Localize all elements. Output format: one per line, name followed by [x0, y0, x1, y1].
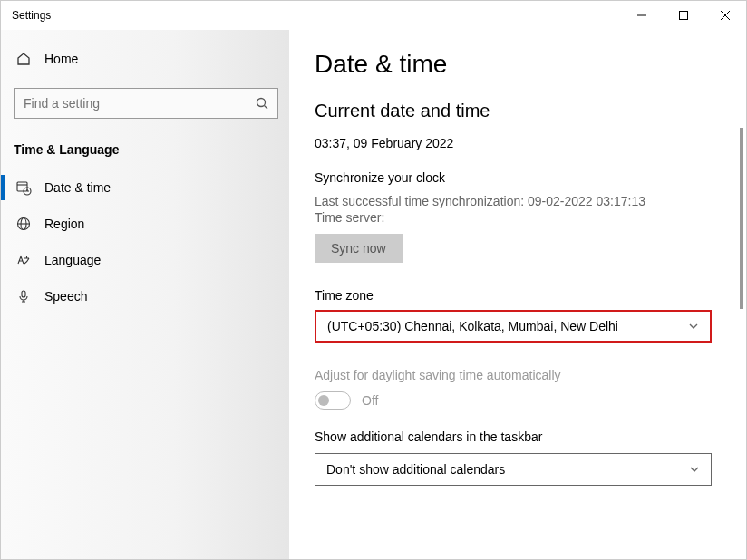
category-title: Time & Language — [14, 142, 276, 157]
dst-label: Adjust for daylight saving time automati… — [315, 368, 726, 382]
calendars-select[interactable]: Don't show additional calendars — [315, 453, 712, 486]
close-button[interactable] — [704, 1, 746, 30]
svg-point-4 — [257, 99, 266, 107]
current-datetime-heading: Current date and time — [315, 101, 726, 121]
sidebar-item-label: Date & time — [44, 180, 111, 195]
globe-icon — [15, 217, 32, 231]
dst-toggle-state: Off — [362, 393, 378, 408]
scrollbar-thumb[interactable] — [740, 128, 743, 309]
dst-toggle[interactable] — [315, 391, 351, 410]
chevron-down-icon — [689, 464, 700, 475]
content-area: Date & time Current date and time 03:37,… — [289, 30, 746, 559]
home-icon — [15, 52, 32, 66]
sync-server-text: Time server: — [315, 210, 726, 225]
svg-line-5 — [265, 106, 268, 110]
search-input[interactable] — [24, 96, 256, 111]
current-datetime-value: 03:37, 09 February 2022 — [315, 136, 726, 150]
home-nav[interactable]: Home — [14, 46, 276, 72]
sync-heading: Synchronize your clock — [315, 170, 726, 185]
language-icon — [15, 253, 32, 267]
maximize-button[interactable] — [663, 1, 704, 30]
window-buttons — [621, 1, 746, 30]
svg-rect-1 — [680, 12, 688, 20]
sidebar-item-date-time[interactable]: Date & time — [14, 169, 276, 206]
home-label: Home — [44, 52, 78, 66]
sidebar-item-label: Language — [44, 253, 101, 267]
chevron-down-icon — [688, 321, 699, 332]
sidebar-item-region[interactable]: Region — [14, 206, 276, 242]
sync-now-button[interactable]: Sync now — [315, 234, 403, 263]
sidebar-item-language[interactable]: Language — [14, 242, 276, 278]
sidebar: Home Time & Language Date & time Region — [1, 30, 289, 559]
minimize-button[interactable] — [621, 1, 663, 30]
calendars-label: Show additional calendars in the taskbar — [315, 430, 726, 444]
page-title: Date & time — [315, 50, 726, 79]
search-box[interactable] — [14, 88, 278, 119]
sidebar-item-label: Speech — [44, 289, 87, 304]
timezone-value: (UTC+05:30) Chennai, Kolkata, Mumbai, Ne… — [327, 319, 618, 333]
timezone-select[interactable]: (UTC+05:30) Chennai, Kolkata, Mumbai, Ne… — [315, 310, 712, 343]
search-icon — [256, 97, 268, 110]
microphone-icon — [15, 289, 32, 304]
svg-rect-6 — [17, 182, 27, 191]
calendar-clock-icon — [15, 180, 32, 196]
sidebar-item-speech[interactable]: Speech — [14, 278, 276, 314]
calendars-value: Don't show additional calendars — [326, 462, 505, 477]
window-title: Settings — [12, 9, 51, 22]
toggle-knob — [318, 395, 329, 406]
timezone-label: Time zone — [315, 288, 726, 303]
sync-last-text: Last successful time synchronization: 09… — [315, 194, 726, 208]
svg-rect-14 — [22, 291, 25, 297]
sidebar-item-label: Region — [44, 217, 84, 231]
title-bar: Settings — [1, 1, 746, 30]
